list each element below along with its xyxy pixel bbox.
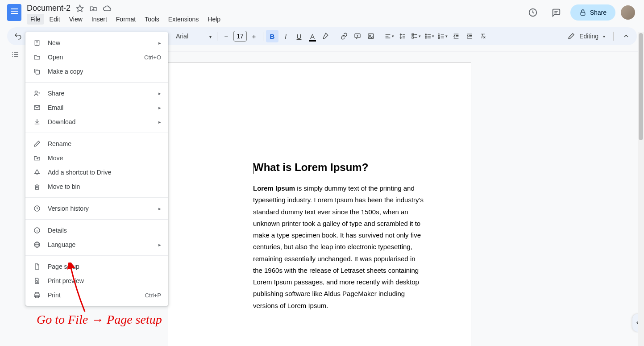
person-add-icon bbox=[33, 90, 42, 97]
cloud-status-icon[interactable] bbox=[103, 4, 112, 13]
italic-button[interactable]: I bbox=[279, 30, 292, 42]
menu-print-preview[interactable]: Print preview bbox=[25, 274, 168, 288]
svg-text:3: 3 bbox=[438, 37, 440, 39]
insert-image-button[interactable] bbox=[365, 30, 377, 42]
underline-button[interactable]: U bbox=[293, 30, 305, 42]
pencil-icon bbox=[568, 33, 575, 40]
decrease-indent-button[interactable] bbox=[450, 30, 462, 42]
menu-insert[interactable]: Insert bbox=[88, 14, 111, 25]
menu-add-shortcut[interactable]: Add a shortcut to Drive bbox=[25, 165, 168, 179]
line-spacing-button[interactable] bbox=[396, 30, 409, 42]
menu-version-history[interactable]: Version history ▸ bbox=[25, 201, 168, 216]
font-name: Arial bbox=[176, 33, 188, 40]
font-select[interactable]: Arial bbox=[173, 31, 214, 42]
decrease-font-button[interactable]: − bbox=[220, 30, 233, 42]
folder-move-icon bbox=[33, 154, 42, 162]
svg-marker-0 bbox=[77, 5, 83, 11]
clear-format-button[interactable] bbox=[477, 30, 489, 42]
menu-email[interactable]: Email ▸ bbox=[25, 100, 168, 115]
drive-shortcut-icon bbox=[33, 169, 42, 176]
svg-rect-4 bbox=[581, 12, 585, 15]
menu-move-to-bin[interactable]: Move to bin bbox=[25, 179, 168, 194]
page-icon bbox=[33, 263, 42, 270]
menu-share[interactable]: Share ▸ bbox=[25, 86, 168, 100]
menu-separator bbox=[25, 197, 168, 198]
rename-icon bbox=[33, 140, 42, 147]
docs-logo[interactable] bbox=[5, 4, 23, 21]
svg-point-20 bbox=[425, 38, 426, 38]
menu-file[interactable]: File bbox=[27, 14, 44, 25]
menu-rename[interactable]: Rename bbox=[25, 137, 168, 151]
undo-button[interactable] bbox=[12, 30, 24, 42]
insert-link-button[interactable] bbox=[338, 30, 350, 42]
font-size-control: − + bbox=[220, 30, 260, 42]
docs-icon bbox=[7, 4, 21, 21]
svg-rect-16 bbox=[412, 37, 413, 38]
chevron-right-icon: ▸ bbox=[158, 105, 161, 111]
move-icon[interactable] bbox=[89, 4, 97, 13]
trash-icon bbox=[33, 183, 42, 190]
menu-open[interactable]: Open Ctrl+O bbox=[25, 50, 168, 64]
menu-make-copy[interactable]: Make a copy bbox=[25, 64, 168, 79]
menu-separator bbox=[25, 219, 168, 220]
menu-view[interactable]: View bbox=[66, 14, 86, 25]
file-menu-dropdown: New ▸ Open Ctrl+O Make a copy Share ▸ Em… bbox=[25, 32, 168, 306]
star-icon[interactable] bbox=[76, 4, 84, 13]
menu-help[interactable]: Help bbox=[204, 14, 224, 25]
collapse-toolbar-button[interactable] bbox=[620, 30, 632, 42]
add-comment-button[interactable] bbox=[351, 30, 364, 42]
menu-page-setup[interactable]: Page setup bbox=[25, 259, 168, 274]
bullet-list-button[interactable]: ▾ bbox=[423, 30, 436, 42]
avatar[interactable] bbox=[621, 5, 635, 20]
menu-bar: File Edit View Insert Format Tools Exten… bbox=[27, 14, 524, 25]
menu-print[interactable]: Print Ctrl+P bbox=[25, 288, 168, 302]
menu-format[interactable]: Format bbox=[112, 14, 139, 25]
menu-language[interactable]: Language ▸ bbox=[25, 238, 168, 252]
share-label: Share bbox=[590, 9, 607, 16]
align-button[interactable]: ▾ bbox=[383, 30, 395, 42]
document-page[interactable]: What is Lorem Ipsum? Lorem Ipsum is simp… bbox=[168, 63, 471, 346]
menu-new[interactable]: New ▸ bbox=[25, 36, 168, 50]
menu-extensions[interactable]: Extensions bbox=[165, 14, 202, 25]
doc-icon bbox=[33, 39, 42, 46]
checklist-button[interactable]: ▾ bbox=[410, 30, 422, 42]
chevron-right-icon: ▸ bbox=[158, 91, 161, 96]
menu-edit[interactable]: Edit bbox=[46, 14, 64, 25]
download-icon bbox=[33, 118, 42, 125]
document-title[interactable]: Document-2 bbox=[27, 4, 71, 13]
svg-rect-61 bbox=[34, 294, 40, 296]
highlight-button[interactable] bbox=[320, 30, 332, 42]
font-size-input[interactable] bbox=[233, 31, 247, 42]
svg-point-18 bbox=[425, 34, 426, 35]
comments-icon[interactable] bbox=[547, 4, 565, 21]
title-area: Document-2 File Edit View Insert Format … bbox=[27, 4, 524, 25]
document-body[interactable]: Lorem Ipsum is simply dummy text of the … bbox=[253, 183, 426, 312]
menu-tools[interactable]: Tools bbox=[141, 14, 163, 25]
history-icon bbox=[33, 205, 42, 212]
increase-indent-button[interactable] bbox=[463, 30, 476, 42]
globe-icon bbox=[33, 241, 42, 248]
email-icon bbox=[33, 104, 42, 111]
share-button[interactable]: Share bbox=[570, 4, 615, 21]
print-icon bbox=[33, 292, 42, 299]
increase-font-button[interactable]: + bbox=[248, 30, 260, 42]
scrollbar-thumb[interactable] bbox=[639, 33, 643, 140]
lock-icon bbox=[579, 9, 586, 16]
document-heading[interactable]: What is Lorem Ipsum? bbox=[253, 161, 426, 174]
svg-rect-6 bbox=[368, 34, 374, 39]
menu-details[interactable]: Details bbox=[25, 223, 168, 238]
svg-point-7 bbox=[370, 35, 371, 36]
numbered-list-button[interactable]: 123▾ bbox=[436, 30, 449, 42]
menu-move[interactable]: Move bbox=[25, 151, 168, 165]
text-color-button[interactable]: A bbox=[306, 30, 319, 42]
editing-mode-button[interactable]: Editing ▾ bbox=[562, 31, 611, 42]
menu-separator bbox=[25, 133, 168, 133]
menu-download[interactable]: Download ▸ bbox=[25, 115, 168, 129]
chevron-right-icon: ▸ bbox=[158, 119, 161, 125]
vertical-scrollbar[interactable] bbox=[638, 32, 644, 346]
bold-button[interactable]: B bbox=[266, 30, 278, 42]
header-right: Share bbox=[524, 4, 639, 21]
history-icon[interactable] bbox=[524, 4, 542, 21]
chevron-right-icon: ▸ bbox=[158, 40, 161, 46]
outline-toggle-button[interactable] bbox=[7, 48, 23, 61]
